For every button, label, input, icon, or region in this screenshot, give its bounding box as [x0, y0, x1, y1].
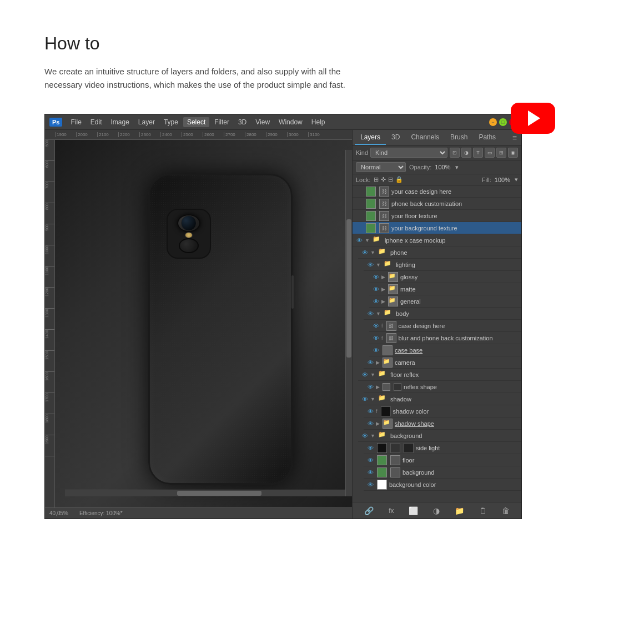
menu-window[interactable]: Window	[275, 117, 306, 127]
layer-row[interactable]: 👁 f ⛓ case design here	[369, 320, 521, 332]
visibility-icon[interactable]: 👁	[371, 273, 380, 281]
tab-paths[interactable]: Paths	[473, 130, 501, 145]
menu-view[interactable]: View	[251, 117, 274, 127]
visibility-icon[interactable]: 👁	[366, 419, 375, 428]
visibility-icon[interactable]: 👁	[371, 285, 380, 294]
visibility-icon[interactable]: 👁	[360, 248, 369, 257]
filter-kind-select[interactable]: Kind	[370, 148, 447, 158]
layer-row[interactable]: 👁 case base	[369, 344, 521, 356]
visibility-icon[interactable]: 👁	[360, 431, 369, 440]
visibility-icon[interactable]: 👁	[366, 468, 375, 477]
visibility-icon[interactable]: 👁	[366, 407, 375, 416]
filter-adjust-icon[interactable]: ◑	[461, 148, 471, 158]
expand-icon[interactable]: ▶	[381, 286, 385, 292]
layer-row-folder[interactable]: 👁 ▶ 📁 glossy	[369, 271, 521, 283]
tab-channels[interactable]: Channels	[405, 130, 445, 145]
layer-row-folder[interactable]: 👁 ▼ 📁 shadow	[358, 393, 521, 405]
filter-pixel-icon[interactable]: ⊡	[450, 148, 460, 158]
minimize-button[interactable]: −	[489, 118, 497, 126]
layer-row[interactable]: 👁 side light	[364, 442, 521, 454]
visibility-icon[interactable]: 👁	[371, 346, 380, 355]
expand-icon[interactable]: ▼	[365, 238, 370, 243]
layer-row-folder[interactable]: 👁 ▼ 📁 lighting	[364, 259, 521, 271]
new-group-icon[interactable]: 📁	[455, 506, 464, 515]
visibility-icon[interactable]: 👁	[366, 383, 375, 391]
visibility-icon[interactable]: 👁	[366, 260, 375, 269]
visibility-icon[interactable]: 👁	[360, 370, 369, 379]
layer-row-selected[interactable]: ⛓ your background texture	[353, 222, 521, 234]
blend-mode-select[interactable]: Normal	[356, 162, 406, 172]
menu-help[interactable]: Help	[308, 117, 329, 127]
maximize-button[interactable]: □	[499, 118, 507, 126]
youtube-play-button[interactable]	[511, 103, 555, 134]
visibility-icon[interactable]: 👁	[371, 334, 380, 343]
menu-select[interactable]: Select	[183, 117, 209, 127]
opacity-arrow[interactable]: ▾	[455, 164, 459, 171]
lock-move-icon[interactable]: ✜	[381, 176, 386, 183]
canvas-scrollbar-horizontal[interactable]	[65, 490, 345, 496]
add-fx-icon[interactable]: fx	[389, 507, 394, 515]
expand-icon[interactable]: ▼	[370, 433, 375, 439]
layer-row[interactable]: ⛓ phone back customization	[353, 198, 521, 210]
expand-icon[interactable]: ▼	[370, 396, 375, 402]
menu-layer[interactable]: Layer	[134, 117, 159, 127]
expand-icon[interactable]: ▶	[376, 421, 380, 426]
expand-icon[interactable]: ▼	[376, 311, 381, 316]
layer-row-folder[interactable]: 👁 ▶ 📁 matte	[369, 283, 521, 295]
adjustment-layer-icon[interactable]: ◑	[433, 506, 440, 515]
menu-image[interactable]: Image	[107, 117, 133, 127]
lock-all-icon[interactable]: 🔒	[395, 176, 403, 183]
layer-row[interactable]: 👁 background	[364, 466, 521, 479]
expand-icon[interactable]: ▼	[370, 250, 375, 255]
expand-icon[interactable]: ▶	[376, 384, 380, 390]
layer-row-folder[interactable]: 👁 ▼ 📁 iphone x case mockup	[353, 234, 521, 246]
add-mask-icon[interactable]: ⬜	[409, 506, 418, 515]
layer-row-folder[interactable]: 👁 ▼ 📁 floor reflex	[358, 369, 521, 381]
filter-shape-icon[interactable]: ▭	[485, 148, 495, 158]
visibility-icon[interactable]: 👁	[366, 309, 375, 318]
visibility-icon[interactable]: 👁	[371, 297, 380, 306]
delete-layer-icon[interactable]: 🗑	[502, 506, 510, 515]
lock-pixel-icon[interactable]: ⊞	[374, 176, 379, 183]
expand-icon[interactable]: ▼	[370, 372, 375, 378]
visibility-icon[interactable]: 👁	[371, 321, 380, 330]
menu-type[interactable]: Type	[160, 117, 182, 127]
visibility-icon[interactable]	[355, 224, 364, 233]
visibility-icon[interactable]	[355, 187, 364, 196]
lock-artboard-icon[interactable]: ⊟	[388, 176, 393, 183]
link-layers-icon[interactable]: 🔗	[364, 506, 374, 515]
visibility-icon[interactable]: 👁	[366, 456, 375, 465]
filter-type-icon[interactable]: T	[473, 148, 483, 158]
expand-icon[interactable]: ▶	[381, 299, 385, 304]
visibility-icon[interactable]: 👁	[366, 358, 375, 367]
filter-smart-icon[interactable]: ⊞	[496, 148, 506, 158]
visibility-icon[interactable]: 👁	[355, 236, 364, 245]
canvas-scrollbar-vertical[interactable]	[345, 150, 352, 496]
menu-file[interactable]: File	[67, 117, 85, 127]
menu-filter[interactable]: Filter	[210, 117, 233, 127]
layer-row-folder[interactable]: 👁 ▼ 📁 background	[358, 430, 521, 442]
expand-icon[interactable]: ▶	[376, 360, 380, 365]
layer-row[interactable]: 👁 ▶ reflex shape	[364, 381, 521, 393]
layer-row-folder[interactable]: 👁 ▼ 📁 body	[364, 308, 521, 320]
layer-row[interactable]: 👁 floor	[364, 454, 521, 466]
tab-3d[interactable]: 3D	[386, 130, 405, 145]
visibility-icon[interactable]: 👁	[366, 444, 375, 452]
layer-row-folder[interactable]: 👁 ▼ 📁 phone	[358, 246, 521, 259]
menu-3d[interactable]: 3D	[234, 117, 250, 127]
layer-row[interactable]: 👁 f ⛓ blur and phone back customization	[369, 332, 521, 344]
layer-row[interactable]: 👁 f shadow color	[364, 405, 521, 417]
expand-icon[interactable]: ▼	[376, 262, 381, 268]
tab-layers[interactable]: Layers	[355, 130, 386, 145]
filter-toggle-icon[interactable]: ◉	[508, 148, 518, 158]
menu-edit[interactable]: Edit	[87, 117, 106, 127]
layer-row-folder[interactable]: 👁 ▶ 📁 general	[369, 295, 521, 308]
visibility-icon[interactable]: 👁	[366, 480, 375, 489]
layer-row[interactable]: ⛓ your case design here	[353, 185, 521, 198]
visibility-icon[interactable]: 👁	[360, 395, 369, 404]
layer-row[interactable]: ⛓ your floor texture	[353, 210, 521, 222]
visibility-icon[interactable]	[355, 212, 364, 220]
layer-row-folder[interactable]: 👁 ▶ 📁 shadow shape	[364, 417, 521, 430]
visibility-icon[interactable]	[355, 199, 364, 208]
layer-row[interactable]: 👁 background color	[364, 479, 521, 491]
